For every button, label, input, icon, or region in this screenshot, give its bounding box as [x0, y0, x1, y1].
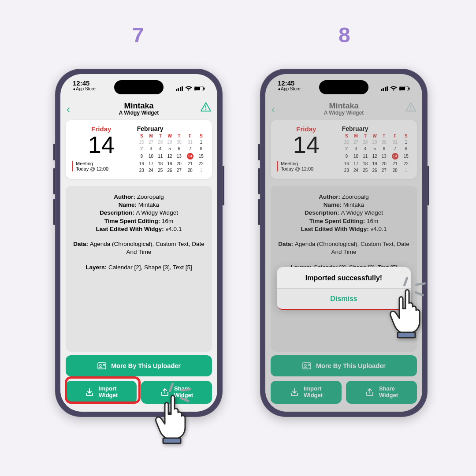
import-icon: [85, 388, 94, 397]
widget-preview-card: Friday 14 Meeting Today @ 12:00 February…: [66, 120, 212, 179]
svg-rect-10: [400, 87, 405, 90]
svg-rect-1: [195, 87, 200, 90]
phone-mockup-step7: 12:45 ◂ App Store ‹ Mintaka A Widgy Widg…: [55, 69, 223, 417]
status-time: 12:45: [278, 79, 301, 87]
status-time: 12:45: [73, 79, 96, 87]
page-subtitle: A Widgy Widget: [324, 110, 364, 116]
share-widget-button[interactable]: ShareWidget: [141, 381, 212, 404]
nav-bar: ‹ Mintaka A Widgy Widget: [265, 99, 422, 118]
battery-icon: [194, 86, 205, 91]
step-number-8: 8: [338, 23, 350, 47]
widget-month: February: [137, 125, 206, 132]
svg-point-6: [100, 364, 101, 366]
svg-rect-11: [409, 88, 410, 90]
person-card-icon: [97, 362, 107, 369]
import-widget-button[interactable]: ImportWidget: [66, 381, 137, 404]
wifi-icon: [390, 86, 397, 91]
share-icon: [160, 388, 170, 397]
more-by-uploader-button[interactable]: More By This Uploader: [66, 355, 212, 376]
import-icon: [290, 388, 299, 397]
widget-preview-card: Friday 14 Meeting Today @ 12:00 February…: [271, 120, 417, 179]
widget-day-number: 14: [72, 133, 131, 156]
back-chevron-icon: ‹: [271, 103, 275, 115]
import-success-alert: Imported successfully! Dismiss: [277, 267, 411, 309]
warning-icon[interactable]: [201, 102, 211, 114]
share-widget-button[interactable]: ShareWidget: [346, 381, 417, 404]
widget-event-time: Today @ 12:00: [281, 166, 336, 171]
widget-meta-panel: Author: Zooropalg Name: Mintaka Descript…: [66, 186, 212, 352]
widget-month: February: [342, 125, 411, 132]
svg-point-15: [305, 364, 306, 366]
widget-calendar-grid: SMTWTFS262728293031123456789101112131415…: [342, 133, 411, 174]
page-title: Mintaka: [119, 101, 159, 111]
more-by-uploader-label: More By This Uploader: [111, 362, 181, 369]
phone-mockup-step8: 12:45 ◂ App Store ‹ Mintaka A Widgy Widg…: [260, 69, 428, 417]
page-title: Mintaka: [324, 101, 364, 111]
back-to-app-link[interactable]: ◂ App Store: [278, 86, 301, 91]
wifi-icon: [185, 86, 192, 91]
warning-icon: [405, 102, 416, 114]
dynamic-island: [114, 80, 164, 94]
dismiss-button[interactable]: Dismiss: [277, 288, 411, 309]
battery-icon: [399, 86, 410, 91]
step-number-7: 7: [132, 23, 144, 47]
widget-calendar-grid: SMTWTFS262728293031123456789101112131415…: [137, 133, 206, 174]
widget-day-number: 14: [277, 133, 336, 156]
svg-point-4: [205, 109, 206, 110]
svg-rect-2: [204, 88, 205, 90]
alert-title: Imported successfully!: [277, 267, 411, 288]
svg-point-13: [410, 109, 411, 110]
dynamic-island: [319, 80, 368, 94]
page-subtitle: A Widgy Widget: [119, 110, 159, 116]
cellular-icon: [381, 86, 388, 91]
back-chevron-icon[interactable]: ‹: [67, 103, 70, 115]
share-icon: [365, 388, 375, 397]
widget-event-title: Meeting: [76, 161, 131, 166]
more-by-uploader-button[interactable]: More By This Uploader: [271, 355, 417, 376]
svg-rect-18: [163, 438, 181, 443]
person-card-icon: [302, 362, 312, 369]
widget-event-time: Today @ 12:00: [76, 166, 131, 171]
import-widget-button[interactable]: ImportWidget: [271, 381, 342, 404]
nav-bar: ‹ Mintaka A Widgy Widget: [60, 99, 217, 118]
widget-event-title: Meeting: [281, 161, 336, 166]
back-to-app-link[interactable]: ◂ App Store: [73, 86, 96, 91]
cellular-icon: [176, 86, 183, 91]
